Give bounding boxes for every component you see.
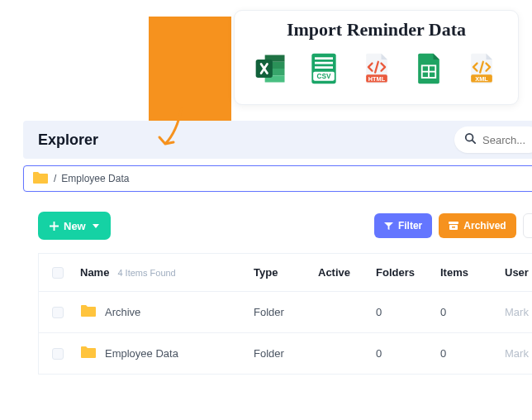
breadcrumb-current: Employee Data xyxy=(61,173,129,184)
import-callout-icons: CSV HTML xyxy=(249,50,503,90)
svg-rect-9 xyxy=(315,62,333,64)
header-bar: Explorer xyxy=(23,121,532,159)
select-all-checkbox[interactable] xyxy=(52,267,64,279)
callout-arrow xyxy=(157,106,187,159)
new-button-label: New xyxy=(64,220,86,232)
col-active[interactable]: Active xyxy=(318,266,376,279)
plus-icon xyxy=(50,222,59,231)
row-checkbox[interactable] xyxy=(52,348,64,360)
col-name[interactable]: Name xyxy=(80,266,109,279)
col-items[interactable]: Items xyxy=(440,266,505,279)
folder-icon xyxy=(80,304,97,320)
row-checkbox[interactable] xyxy=(52,307,64,318)
col-user[interactable]: User xyxy=(505,266,532,279)
xml-icon[interactable]: XML xyxy=(463,50,500,90)
breadcrumb-sep: / xyxy=(54,173,56,184)
svg-rect-8 xyxy=(315,57,333,60)
csv-icon[interactable]: CSV xyxy=(306,50,342,90)
cell-type: Folder xyxy=(254,347,318,360)
html-icon[interactable]: HTML xyxy=(359,50,395,90)
files-table: Name 4 Items Found Type Active Folders I… xyxy=(38,253,532,375)
import-callout-title: Import Reminder Data xyxy=(249,19,503,41)
filter-button-label: Filter xyxy=(398,220,422,231)
table-row[interactable]: Employee Data Folder 0 0 Mark xyxy=(39,332,532,374)
cell-items: 0 xyxy=(440,347,505,360)
svg-text:CSV: CSV xyxy=(316,73,330,80)
folder-icon xyxy=(32,171,49,187)
archive-icon xyxy=(449,221,458,231)
svg-rect-22 xyxy=(449,222,458,224)
svg-rect-10 xyxy=(315,66,333,69)
svg-text:HTML: HTML xyxy=(368,75,385,83)
search-box[interactable] xyxy=(454,126,532,153)
svg-line-21 xyxy=(473,141,476,144)
archived-button[interactable]: Archived xyxy=(439,213,515,238)
svg-text:XML: XML xyxy=(475,75,488,83)
toolbar: New Filter Archived Na xyxy=(38,212,532,240)
page-title: Explorer xyxy=(38,131,98,149)
col-type[interactable]: Type xyxy=(254,266,318,279)
new-button[interactable]: New xyxy=(38,212,111,240)
cell-name: Employee Data xyxy=(105,347,178,360)
filter-button[interactable]: Filter xyxy=(374,213,432,238)
gsheet-icon[interactable] xyxy=(411,50,447,90)
import-callout: Import Reminder Data CSV xyxy=(234,10,519,105)
table-row[interactable]: Archive Folder 0 0 Mark xyxy=(39,291,532,332)
name-dropdown[interactable]: Na xyxy=(523,213,532,238)
cell-folders: 0 xyxy=(376,306,440,318)
cell-items: 0 xyxy=(440,306,505,318)
filter-icon xyxy=(384,222,393,231)
excel-icon[interactable] xyxy=(253,50,289,90)
cell-name: Archive xyxy=(105,306,140,318)
table-header: Name 4 Items Found Type Active Folders I… xyxy=(39,253,532,291)
breadcrumb[interactable]: / Employee Data xyxy=(23,165,532,192)
cell-folders: 0 xyxy=(376,347,440,360)
cell-type: Folder xyxy=(254,306,318,318)
search-icon xyxy=(464,132,476,147)
svg-rect-24 xyxy=(452,227,455,228)
col-folders[interactable]: Folders xyxy=(376,266,440,279)
cell-user: Mark xyxy=(505,347,532,360)
chevron-down-icon xyxy=(93,224,99,228)
cell-user: Mark xyxy=(505,306,532,318)
items-found: 4 Items Found xyxy=(117,268,175,278)
folder-icon xyxy=(80,346,97,361)
search-input[interactable] xyxy=(482,134,532,146)
archived-button-label: Archived xyxy=(463,220,506,231)
